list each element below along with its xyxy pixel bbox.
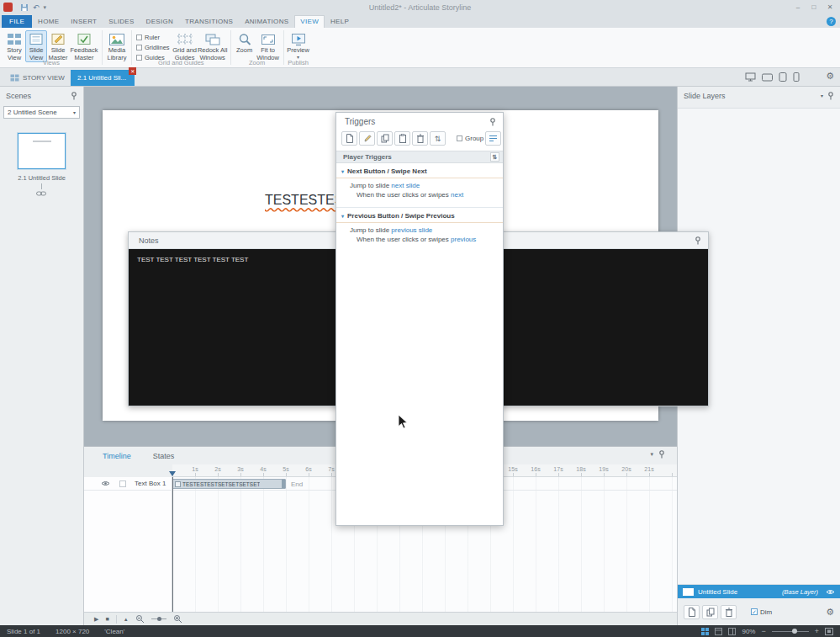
new-trigger-button[interactable] bbox=[341, 131, 357, 146]
redock-windows-button[interactable]: Redock All Windows bbox=[198, 30, 228, 62]
slide-master-button[interactable]: Slide Master bbox=[47, 30, 69, 62]
tab-animations[interactable]: ANIMATIONS bbox=[239, 15, 294, 28]
collapse-rows-icon[interactable]: ▲ bbox=[124, 617, 129, 622]
scene-selector-dropdown[interactable]: 2 Untitled Scene ▾ bbox=[3, 106, 80, 119]
phone-icon[interactable] bbox=[793, 72, 800, 82]
sort-triggers-icon[interactable]: ⇅ bbox=[490, 152, 499, 162]
slide-view-button[interactable]: Slide View bbox=[25, 30, 47, 62]
lock-toggle-box[interactable] bbox=[119, 480, 126, 487]
story-view-button[interactable]: Story View bbox=[3, 30, 25, 62]
tablet-landscape-icon[interactable] bbox=[762, 73, 773, 82]
story-view-tab[interactable]: STORY VIEW bbox=[5, 71, 70, 85]
tab-file[interactable]: FILE bbox=[2, 15, 32, 28]
pin-icon[interactable] bbox=[827, 92, 834, 100]
new-layer-button[interactable] bbox=[684, 605, 700, 619]
paste-trigger-button[interactable] bbox=[394, 131, 410, 146]
media-library-button[interactable]: Media Library bbox=[105, 30, 129, 62]
player-settings-gear-icon[interactable]: ⚙ bbox=[826, 72, 834, 81]
tab-close-icon[interactable]: ✕ bbox=[129, 67, 136, 75]
slide-view-icon bbox=[28, 33, 45, 47]
tab-slides[interactable]: SLIDES bbox=[103, 15, 140, 28]
ruler-checkbox-box[interactable] bbox=[136, 35, 142, 40]
tablet-portrait-icon[interactable] bbox=[779, 72, 787, 82]
minimize-button[interactable]: – bbox=[791, 3, 805, 13]
maximize-button[interactable]: □ bbox=[807, 3, 821, 13]
qat-dropdown-icon[interactable]: ▾ bbox=[44, 4, 47, 11]
zoom-slider[interactable] bbox=[772, 631, 809, 632]
reorder-trigger-button[interactable]: ⇅ bbox=[430, 131, 446, 146]
pin-icon[interactable] bbox=[695, 236, 701, 245]
grid-and-guides-button[interactable]: Grid and Guides bbox=[172, 30, 198, 62]
play-button[interactable]: ▶ bbox=[94, 616, 98, 623]
tab-design[interactable]: DESIGN bbox=[140, 15, 179, 28]
pin-icon[interactable] bbox=[489, 118, 496, 126]
trigger-wizard-button[interactable] bbox=[485, 131, 501, 146]
layer-properties-gear-icon[interactable]: ⚙ bbox=[826, 608, 834, 617]
base-layer-row[interactable]: Untitled Slide (Base Layer) bbox=[678, 585, 840, 598]
chevron-down-icon[interactable]: ▾ bbox=[341, 169, 344, 174]
tab-transitions[interactable]: TRANSITIONS bbox=[179, 15, 239, 28]
chevron-down-icon[interactable]: ▾ bbox=[341, 214, 344, 219]
gridlines-checkbox-box[interactable] bbox=[136, 45, 142, 50]
pin-icon[interactable] bbox=[658, 450, 665, 459]
pin-icon[interactable] bbox=[71, 92, 77, 100]
tab-insert[interactable]: INSERT bbox=[65, 15, 103, 28]
zoom-button[interactable]: Zoom bbox=[234, 30, 256, 56]
group-checkbox[interactable]: Group bbox=[457, 135, 483, 142]
eye-icon[interactable] bbox=[826, 589, 835, 595]
reading-view-mode-icon[interactable] bbox=[728, 628, 736, 635]
playhead-marker[interactable] bbox=[169, 471, 176, 476]
help-icon[interactable]: ? bbox=[827, 17, 836, 26]
slide-thumbnail[interactable] bbox=[18, 133, 66, 169]
timeline-zoom-out-icon[interactable] bbox=[135, 614, 145, 624]
delete-layer-button[interactable] bbox=[721, 605, 737, 619]
timeline-bar-label: TESTESTESTSETSETSETSET bbox=[182, 481, 260, 487]
eye-icon[interactable] bbox=[101, 480, 110, 486]
fit-to-window-button[interactable]: Fit to Window bbox=[256, 30, 281, 62]
trigger-header-previous[interactable]: ▾ Previous Button / Swipe Previous bbox=[336, 208, 503, 223]
chevron-down-icon[interactable]: ▾ bbox=[650, 451, 653, 458]
chevron-down-icon[interactable]: ▾ bbox=[821, 93, 823, 98]
trigger-action-link[interactable]: previous slide bbox=[391, 226, 432, 234]
desktop-view-icon[interactable] bbox=[745, 72, 756, 82]
trigger-condition-link[interactable]: previous bbox=[451, 236, 476, 243]
active-slide-tab[interactable]: 2.1 Untitled Sli... ✕ bbox=[71, 70, 135, 86]
copy-trigger-button[interactable] bbox=[377, 131, 393, 146]
timeline-zoom-in-icon[interactable] bbox=[173, 614, 182, 624]
app-icon[interactable] bbox=[3, 3, 13, 12]
timeline-duration-bar[interactable]: TESTESTESTSETSETSETSET bbox=[172, 479, 286, 489]
save-button[interactable] bbox=[20, 3, 29, 12]
group-checkbox-box[interactable] bbox=[457, 135, 462, 141]
trigger-condition-link[interactable]: next bbox=[451, 191, 463, 199]
dim-checkbox-box[interactable]: ✓ bbox=[751, 608, 758, 615]
story-view-mode-icon[interactable] bbox=[701, 628, 709, 635]
dim-checkbox[interactable]: ✓ Dim bbox=[751, 608, 772, 616]
tab-states[interactable]: States bbox=[153, 452, 175, 460]
fit-to-window-icon[interactable] bbox=[825, 628, 833, 635]
triggers-header[interactable]: Triggers bbox=[336, 113, 503, 130]
close-button[interactable]: ✕ bbox=[823, 3, 837, 13]
bar-resize-handle[interactable] bbox=[282, 480, 285, 488]
preview-button[interactable]: Preview ▾ bbox=[287, 30, 310, 61]
delete-trigger-button[interactable] bbox=[412, 131, 428, 146]
duplicate-layer-button[interactable] bbox=[702, 605, 718, 619]
tab-home[interactable]: HOME bbox=[32, 15, 65, 28]
trigger-action-link[interactable]: next slide bbox=[391, 182, 420, 189]
zoom-out-button[interactable]: − bbox=[761, 628, 765, 635]
zoom-slider-handle[interactable] bbox=[792, 629, 797, 634]
undo-button[interactable]: ↶ bbox=[33, 3, 40, 12]
stop-button[interactable]: ■ bbox=[105, 616, 108, 622]
trigger-header-next[interactable]: ▾ Next Button / Swipe Next bbox=[336, 163, 503, 178]
tab-view[interactable]: VIEW bbox=[294, 15, 325, 28]
timeline-zoom-slider[interactable] bbox=[151, 618, 166, 619]
group-checkbox-label: Group bbox=[465, 135, 483, 142]
ruler-checkbox[interactable]: Ruler bbox=[136, 34, 170, 41]
tab-timeline[interactable]: Timeline bbox=[103, 452, 131, 460]
slide-view-mode-icon[interactable] bbox=[715, 628, 722, 635]
zoom-in-button[interactable]: + bbox=[815, 628, 819, 635]
tab-help[interactable]: HELP bbox=[325, 15, 355, 28]
edit-trigger-button[interactable] bbox=[359, 131, 375, 146]
feedback-master-button[interactable]: Feedback Master bbox=[69, 30, 99, 62]
timeline-zoom-handle[interactable] bbox=[157, 617, 161, 621]
gridlines-checkbox[interactable]: Gridlines bbox=[136, 44, 170, 51]
